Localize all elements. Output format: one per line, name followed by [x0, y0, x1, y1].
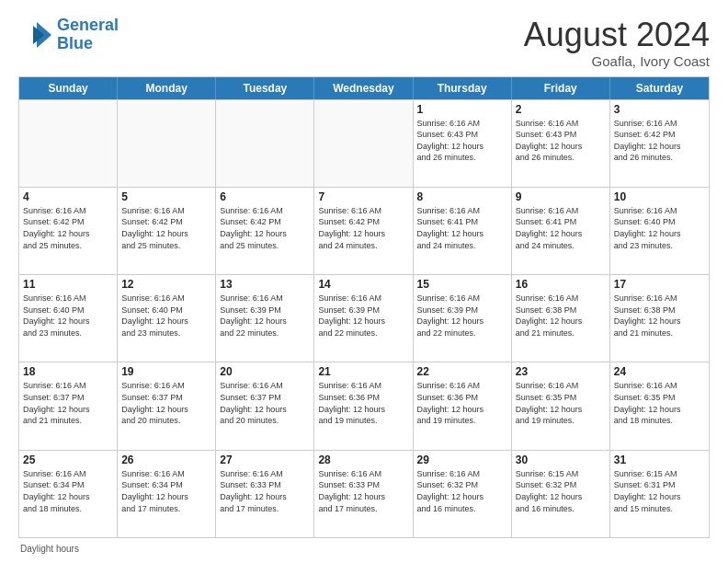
day-cell-14: 14Sunrise: 6:16 AM Sunset: 6:39 PM Dayli… [314, 275, 413, 362]
header-day-thursday: Thursday [414, 77, 512, 99]
day-info: Sunrise: 6:16 AM Sunset: 6:41 PM Dayligh… [516, 205, 606, 251]
day-number: 16 [516, 278, 606, 291]
day-cell-30: 30Sunrise: 6:15 AM Sunset: 6:32 PM Dayli… [512, 451, 610, 537]
day-cell-17: 17Sunrise: 6:16 AM Sunset: 6:38 PM Dayli… [610, 275, 709, 362]
day-info: Sunrise: 6:16 AM Sunset: 6:43 PM Dayligh… [516, 118, 606, 164]
calendar-body: 1Sunrise: 6:16 AM Sunset: 6:43 PM Daylig… [19, 99, 709, 537]
day-number: 31 [614, 454, 705, 466]
day-info: Sunrise: 6:16 AM Sunset: 6:40 PM Dayligh… [614, 205, 705, 251]
day-cell-20: 20Sunrise: 6:16 AM Sunset: 6:37 PM Dayli… [216, 362, 314, 449]
day-info: Sunrise: 6:16 AM Sunset: 6:42 PM Dayligh… [614, 118, 705, 164]
day-cell-9: 9Sunrise: 6:16 AM Sunset: 6:41 PM Daylig… [512, 188, 610, 274]
day-number: 3 [614, 103, 705, 116]
day-info: Sunrise: 6:15 AM Sunset: 6:31 PM Dayligh… [614, 468, 705, 514]
logo-line2: Blue [57, 34, 93, 52]
day-info: Sunrise: 6:16 AM Sunset: 6:40 PM Dayligh… [121, 293, 211, 339]
day-number: 8 [417, 190, 507, 203]
empty-cell [314, 100, 413, 187]
day-info: Sunrise: 6:16 AM Sunset: 6:38 PM Dayligh… [516, 293, 606, 339]
day-info: Sunrise: 6:16 AM Sunset: 6:37 PM Dayligh… [220, 380, 310, 426]
day-info: Sunrise: 6:16 AM Sunset: 6:43 PM Dayligh… [417, 118, 507, 164]
day-cell-11: 11Sunrise: 6:16 AM Sunset: 6:40 PM Dayli… [19, 275, 118, 362]
day-number: 23 [516, 365, 606, 378]
day-number: 26 [121, 454, 211, 466]
day-cell-15: 15Sunrise: 6:16 AM Sunset: 6:39 PM Dayli… [414, 275, 512, 362]
day-cell-5: 5Sunrise: 6:16 AM Sunset: 6:42 PM Daylig… [118, 188, 216, 274]
day-number: 22 [417, 365, 507, 378]
logo: General Blue [18, 17, 119, 53]
day-cell-13: 13Sunrise: 6:16 AM Sunset: 6:39 PM Dayli… [216, 275, 314, 362]
day-cell-18: 18Sunrise: 6:16 AM Sunset: 6:37 PM Dayli… [19, 362, 118, 449]
header-day-tuesday: Tuesday [216, 77, 314, 99]
header-day-saturday: Saturday [610, 77, 709, 99]
day-info: Sunrise: 6:16 AM Sunset: 6:41 PM Dayligh… [417, 205, 507, 251]
day-number: 15 [417, 278, 507, 291]
day-info: Sunrise: 6:16 AM Sunset: 6:35 PM Dayligh… [516, 380, 606, 426]
header-day-sunday: Sunday [19, 77, 118, 99]
day-number: 1 [417, 103, 507, 116]
day-info: Sunrise: 6:16 AM Sunset: 6:39 PM Dayligh… [220, 293, 310, 339]
calendar-row-3: 11Sunrise: 6:16 AM Sunset: 6:40 PM Dayli… [19, 274, 709, 362]
empty-cell [118, 100, 216, 187]
day-cell-25: 25Sunrise: 6:16 AM Sunset: 6:34 PM Dayli… [19, 451, 118, 537]
calendar-row-4: 18Sunrise: 6:16 AM Sunset: 6:37 PM Dayli… [19, 362, 709, 449]
day-info: Sunrise: 6:16 AM Sunset: 6:34 PM Dayligh… [23, 468, 113, 514]
day-info: Sunrise: 6:16 AM Sunset: 6:36 PM Dayligh… [318, 380, 408, 426]
day-number: 21 [318, 365, 408, 378]
logo-text: General Blue [57, 17, 119, 53]
day-number: 7 [318, 190, 408, 203]
day-cell-24: 24Sunrise: 6:16 AM Sunset: 6:35 PM Dayli… [610, 362, 709, 449]
day-info: Sunrise: 6:16 AM Sunset: 6:42 PM Dayligh… [318, 205, 408, 251]
calendar: SundayMondayTuesdayWednesdayThursdayFrid… [18, 76, 710, 538]
day-number: 6 [220, 190, 310, 203]
day-cell-16: 16Sunrise: 6:16 AM Sunset: 6:38 PM Dayli… [512, 275, 610, 362]
day-info: Sunrise: 6:16 AM Sunset: 6:33 PM Dayligh… [318, 468, 408, 514]
day-info: Sunrise: 6:16 AM Sunset: 6:37 PM Dayligh… [121, 380, 211, 426]
day-info: Sunrise: 6:16 AM Sunset: 6:32 PM Dayligh… [417, 468, 507, 514]
day-number: 10 [614, 190, 705, 203]
main-title: August 2024 [524, 17, 710, 53]
calendar-row-5: 25Sunrise: 6:16 AM Sunset: 6:34 PM Dayli… [19, 450, 709, 537]
empty-cell [19, 100, 118, 187]
day-info: Sunrise: 6:16 AM Sunset: 6:36 PM Dayligh… [417, 380, 507, 426]
day-info: Sunrise: 6:16 AM Sunset: 6:39 PM Dayligh… [318, 293, 408, 339]
day-number: 14 [318, 278, 408, 291]
header-day-wednesday: Wednesday [314, 77, 413, 99]
day-info: Sunrise: 6:16 AM Sunset: 6:35 PM Dayligh… [614, 380, 705, 426]
day-info: Sunrise: 6:16 AM Sunset: 6:38 PM Dayligh… [614, 293, 705, 339]
day-number: 2 [516, 103, 606, 116]
footer: Daylight hours [18, 544, 710, 554]
footer-text: Daylight hours [20, 544, 79, 554]
day-info: Sunrise: 6:15 AM Sunset: 6:32 PM Dayligh… [516, 468, 606, 514]
day-cell-23: 23Sunrise: 6:16 AM Sunset: 6:35 PM Dayli… [512, 362, 610, 449]
day-cell-19: 19Sunrise: 6:16 AM Sunset: 6:37 PM Dayli… [118, 362, 216, 449]
subtitle: Goafla, Ivory Coast [524, 53, 710, 69]
day-cell-22: 22Sunrise: 6:16 AM Sunset: 6:36 PM Dayli… [414, 362, 512, 449]
day-cell-28: 28Sunrise: 6:16 AM Sunset: 6:33 PM Dayli… [314, 451, 413, 537]
day-info: Sunrise: 6:16 AM Sunset: 6:40 PM Dayligh… [23, 293, 113, 339]
day-number: 17 [614, 278, 705, 291]
header-day-monday: Monday [118, 77, 216, 99]
day-number: 5 [121, 190, 211, 203]
day-info: Sunrise: 6:16 AM Sunset: 6:42 PM Dayligh… [220, 205, 310, 251]
empty-cell [216, 100, 314, 187]
day-number: 24 [614, 365, 705, 378]
day-number: 28 [318, 454, 408, 466]
day-cell-12: 12Sunrise: 6:16 AM Sunset: 6:40 PM Dayli… [118, 275, 216, 362]
day-cell-10: 10Sunrise: 6:16 AM Sunset: 6:40 PM Dayli… [610, 188, 709, 274]
day-number: 20 [220, 365, 310, 378]
day-number: 11 [23, 278, 113, 291]
calendar-row-1: 1Sunrise: 6:16 AM Sunset: 6:43 PM Daylig… [19, 99, 709, 187]
day-number: 9 [516, 190, 606, 203]
day-number: 13 [220, 278, 310, 291]
day-cell-31: 31Sunrise: 6:15 AM Sunset: 6:31 PM Dayli… [610, 451, 709, 537]
title-section: August 2024 Goafla, Ivory Coast [524, 17, 710, 69]
day-cell-21: 21Sunrise: 6:16 AM Sunset: 6:36 PM Dayli… [314, 362, 413, 449]
day-number: 4 [23, 190, 113, 203]
day-info: Sunrise: 6:16 AM Sunset: 6:42 PM Dayligh… [121, 205, 211, 251]
day-cell-6: 6Sunrise: 6:16 AM Sunset: 6:42 PM Daylig… [216, 188, 314, 274]
calendar-row-2: 4Sunrise: 6:16 AM Sunset: 6:42 PM Daylig… [19, 187, 709, 274]
day-cell-7: 7Sunrise: 6:16 AM Sunset: 6:42 PM Daylig… [314, 188, 413, 274]
logo-line1: General [57, 16, 119, 34]
day-number: 18 [23, 365, 113, 378]
